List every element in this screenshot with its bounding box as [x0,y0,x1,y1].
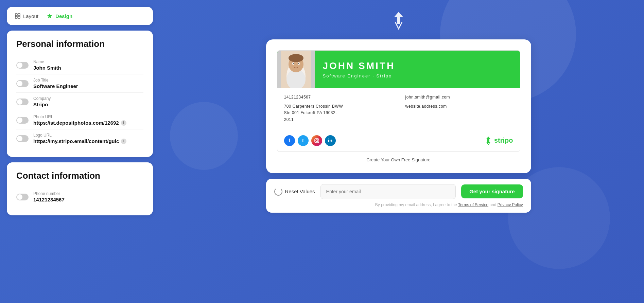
layout-button[interactable]: Layout [15,13,38,19]
sig-photo [277,51,315,88]
social-icons: f t in [284,135,336,146]
phone-value: 14121234567 [33,197,65,202]
stripo-sig-icon [485,136,492,145]
phone-label: Phone number [33,191,65,196]
reset-icon [274,188,282,196]
field-logo-url: Logo URL https://my.stripo.email/content… [16,129,143,147]
sig-email: john.smith@gmail.com [405,94,513,101]
preview-card: JOHN SMITH Software Engineer · Stripo 14… [266,39,531,173]
privacy-policy-link[interactable]: Privacy Policy [498,202,523,207]
sig-address-line1: 700 Carpenters Crossin BWW [284,103,392,110]
svg-rect-1 [18,14,20,16]
terms-of-service-link[interactable]: Terms of Service [458,202,488,207]
field-job-title: Job Title Software Engineer [16,74,143,93]
job-title-toggle[interactable] [16,80,29,87]
personal-info-card: Personal information Name John Smith Job… [7,31,153,157]
bottom-bar-actions: Reset Values Get your signature [274,184,523,199]
logo-area [390,7,407,34]
svg-point-8 [289,54,303,62]
field-phone: Phone number 14121234567 [16,188,143,206]
svg-rect-3 [18,16,20,18]
company-value: Stripo [33,102,51,107]
field-company: Company Stripo [16,93,143,111]
design-icon [47,13,53,19]
contact-info-title: Contact information [16,171,143,181]
sig-address: 700 Carpenters Crossin BWW Ste 001 Folcr… [284,103,392,123]
toolbar-card: Layout Design [7,7,153,25]
sig-full-name: JOHN SMITH [323,60,395,71]
contact-info-card: Contact information Phone number 1412123… [7,162,153,215]
sig-website: website.address.com [405,103,513,110]
svg-point-12 [298,63,299,64]
field-photo-url: Photo URL https://st.depositphotos.com/1… [16,111,143,129]
photo-url-info-icon[interactable]: i [121,120,126,126]
email-input[interactable] [320,184,456,199]
field-name: Name John Smith [16,56,143,74]
photo-url-value: https://st.depositphotos.com/12692 i [33,120,126,126]
create-link-area: Create Your Own Free Signature [277,157,520,162]
right-panel: JOHN SMITH Software Engineer · Stripo 14… [160,7,637,213]
stripo-brand-logo: stripo [485,136,513,145]
svg-point-15 [317,139,318,140]
sig-address-line3: 2011 [284,117,392,123]
sig-footer: f t in [277,132,520,152]
bottom-bar: Reset Values Get your signature By provi… [266,179,531,213]
sig-header: JOHN SMITH Software Engineer · Stripo [277,51,520,88]
sig-contact-row: 14121234567 john.smith@gmail.com [284,94,513,101]
sig-address-row: 700 Carpenters Crossin BWW Ste 001 Folcr… [284,103,513,123]
svg-point-11 [293,63,294,64]
linkedin-icon[interactable]: in [325,135,336,146]
stripo-logo-icon [390,10,407,31]
terms-text: By providing my email address, I agree t… [274,202,523,207]
signature-wrapper: JOHN SMITH Software Engineer · Stripo 14… [277,50,520,152]
sig-phone: 14121234567 [284,94,392,101]
company-toggle[interactable] [16,99,29,105]
logo-url-label: Logo URL [33,133,126,138]
sig-photo-person [281,51,311,88]
sig-name-area: JOHN SMITH Software Engineer · Stripo [315,54,403,85]
sig-left-contact: 14121234567 [284,94,392,101]
get-signature-button[interactable]: Get your signature [461,184,523,198]
sig-website-text: website.address.com [405,103,513,110]
logo-url-value: https://my.stripo.email/content/guic i [33,138,126,144]
layout-icon [15,13,20,19]
sig-body: 14121234567 john.smith@gmail.com 700 Car… [277,88,520,132]
name-value: John Smith [33,65,61,71]
sig-job-title: Software Engineer · Stripo [323,73,395,78]
left-panel: Layout Design Personal information Name … [7,7,153,215]
twitter-icon[interactable]: t [298,135,309,146]
photo-url-label: Photo URL [33,114,126,119]
sig-address-line2: Ste 001 Folcroft PA 19032- [284,110,392,116]
personal-info-title: Personal information [16,39,143,49]
create-link[interactable]: Create Your Own Free Signature [366,157,431,162]
job-title-value: Software Engineer [33,83,78,89]
company-label: Company [33,96,51,101]
facebook-icon[interactable]: f [284,135,295,146]
svg-rect-0 [15,14,17,16]
photo-url-toggle[interactable] [16,117,29,124]
logo-url-toggle[interactable] [16,135,29,142]
phone-toggle[interactable] [16,194,29,200]
svg-rect-2 [15,16,17,18]
instagram-svg [314,138,319,143]
name-toggle[interactable] [16,62,29,69]
reset-button[interactable]: Reset Values [274,188,315,196]
sig-right-contact: john.smith@gmail.com [405,94,513,101]
design-button[interactable]: Design [47,13,72,19]
logo-url-info-icon[interactable]: i [121,139,126,144]
name-label: Name [33,59,61,64]
job-title-label: Job Title [33,78,78,83]
svg-point-14 [316,140,318,142]
instagram-icon[interactable] [311,135,322,146]
